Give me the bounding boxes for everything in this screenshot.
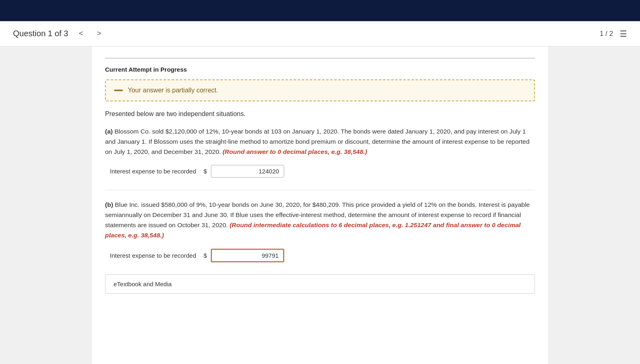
question-b-label: (b) bbox=[105, 201, 113, 208]
question-b-block: (b) Blue Inc. issued $580,000 of 9%, 10-… bbox=[105, 200, 535, 262]
question-b-dollar: $ bbox=[204, 252, 207, 259]
question-a-input[interactable] bbox=[211, 165, 284, 178]
next-button[interactable]: > bbox=[94, 28, 105, 39]
partial-correct-text: Your answer is partially correct. bbox=[128, 87, 218, 94]
question-a-label: (a) bbox=[105, 128, 113, 135]
separator bbox=[105, 190, 535, 190]
question-a-dollar: $ bbox=[204, 168, 207, 175]
question-a-block: (a) Blossom Co. sold $2,120,000 of 12%, … bbox=[105, 127, 535, 178]
question-a-round: (Round answer to 0 decimal places, e.g. … bbox=[223, 148, 367, 155]
top-bar bbox=[0, 0, 640, 21]
etextbook-bar: eTextbook and Media bbox=[105, 274, 535, 294]
question-a-input-label: Interest expense to be recorded bbox=[110, 168, 199, 175]
intro-text: Presented below are two independent situ… bbox=[105, 110, 535, 118]
question-label: Question 1 of 3 bbox=[13, 29, 68, 38]
nav-bar: Question 1 of 3 < > 1 / 2 ☰ bbox=[0, 21, 640, 46]
question-b-text: (b) Blue Inc. issued $580,000 of 9%, 10-… bbox=[105, 200, 535, 240]
main-content: Current Attempt in Progress Your answer … bbox=[92, 46, 548, 364]
prev-button[interactable]: < bbox=[76, 28, 87, 39]
page-indicator: 1 / 2 bbox=[600, 30, 613, 38]
list-icon[interactable]: ☰ bbox=[620, 29, 627, 39]
attempt-heading: Current Attempt in Progress bbox=[105, 58, 535, 73]
question-a-text: (a) Blossom Co. sold $2,120,000 of 12%, … bbox=[105, 127, 535, 157]
partial-correct-icon bbox=[114, 90, 123, 91]
question-b-input[interactable] bbox=[211, 249, 284, 262]
partial-correct-box: Your answer is partially correct. bbox=[105, 79, 535, 101]
etextbook-label: eTextbook and Media bbox=[114, 281, 172, 287]
question-b-input-label: Interest expense to be recorded bbox=[110, 252, 199, 259]
